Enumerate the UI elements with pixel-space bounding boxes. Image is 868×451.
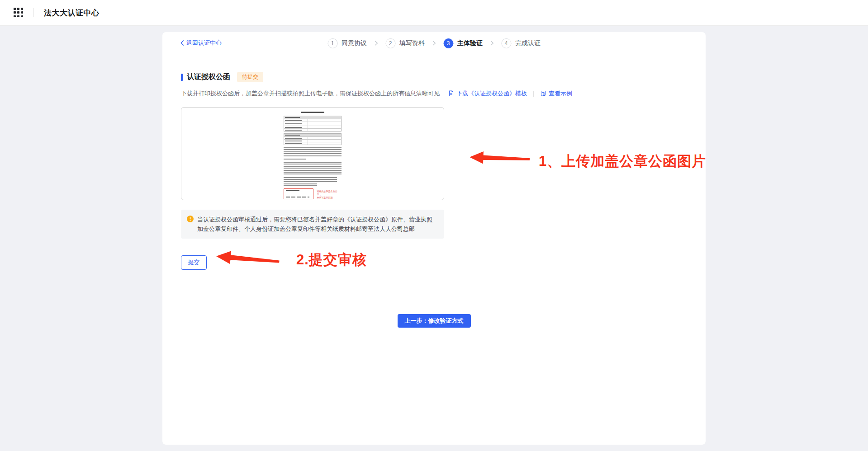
back-link-label: 返回认证中心 — [186, 39, 222, 47]
instruction-text: 下载并打印授权公函后，加盖公章并扫描或拍照上传电子版，需保证授权公函上的所有信息… — [181, 89, 440, 98]
letter-document-thumbnail: 请在此处加盖企业公章， 并填写盖章日期 — [284, 112, 342, 198]
step-number: 1 — [327, 38, 337, 48]
chevron-right-icon — [432, 41, 436, 46]
card-footer: 上一步：修改验证方式 — [162, 307, 706, 328]
topbar: 法大大认证中心 — [0, 0, 868, 26]
doc-paragraph — [284, 159, 306, 160]
card-body: 认证授权公函 待提交 下载并打印授权公函后，加盖公章并扫描或拍照上传电子版，需保… — [162, 72, 706, 270]
card-header: 返回认证中心 1 同意协议 2 填写资料 3 主体验证 — [162, 32, 706, 54]
annotation-upload-note: 1、上传加盖公章公函图片 — [539, 152, 706, 171]
step-number: 2 — [385, 38, 395, 48]
doc-title-placeholder — [301, 112, 324, 113]
step-complete: 4 完成认证 — [501, 38, 541, 48]
doc-table-agent-info — [284, 133, 342, 145]
back-link[interactable]: 返回认证中心 — [180, 39, 222, 47]
stamp-box — [284, 188, 313, 199]
document-preview-icon — [540, 90, 546, 97]
view-example-label: 查看示例 — [549, 89, 572, 98]
view-example-link[interactable]: 查看示例 — [540, 89, 572, 98]
step-fill-info: 2 填写资料 — [385, 38, 425, 48]
submit-button[interactable]: 提交 — [181, 255, 207, 270]
step-number: 4 — [501, 38, 511, 48]
doc-paragraph — [284, 147, 342, 157]
previous-step-button[interactable]: 上一步：修改验证方式 — [398, 314, 471, 328]
uploaded-letter-preview[interactable]: 请在此处加盖企业公章， 并填写盖章日期 — [181, 107, 444, 200]
download-template-link[interactable]: 下载《认证授权公函》模板 — [448, 89, 527, 98]
chevron-left-icon — [180, 40, 184, 46]
section-title: 认证授权公函 — [187, 72, 230, 82]
section-title-row: 认证授权公函 待提交 — [181, 72, 687, 82]
mailing-notice: 当认证授权公函审核通过后，需要您将已签名并盖好章的《认证授权公函》原件、营业执照… — [181, 210, 444, 239]
document-download-icon — [448, 90, 454, 97]
red-arrow-left-icon — [469, 150, 530, 169]
stamp-note: 请在此处加盖企业公章， 并填写盖章日期 — [317, 188, 342, 199]
app-title: 法大大认证中心 — [44, 8, 100, 18]
app-grid-icon[interactable] — [14, 8, 24, 18]
instruction-row: 下载并打印授权公函后，加盖公章并扫描或拍照上传电子版，需保证授权公函上的所有信息… — [181, 89, 687, 98]
topbar-divider — [33, 8, 34, 17]
step-label: 同意协议 — [342, 39, 367, 47]
chevron-right-icon — [375, 41, 378, 46]
link-group: 下载《认证授权公函》模板 查看示例 — [448, 89, 572, 98]
chevron-right-icon — [490, 41, 493, 46]
doc-paragraph — [284, 177, 337, 182]
step-label: 主体验证 — [457, 39, 483, 47]
stamp-area: 请在此处加盖企业公章， 并填写盖章日期 — [284, 188, 342, 199]
annotation-submit-note: 2.提交审核 — [296, 250, 367, 269]
stepper: 1 同意协议 2 填写资料 3 主体验证 4 完成认证 — [327, 32, 541, 54]
step-label: 填写资料 — [399, 39, 425, 47]
doc-table-company-info — [284, 116, 342, 132]
mailing-notice-text: 当认证授权公函审核通过后，需要您将已签名并盖好章的《认证授权公函》原件、营业执照… — [197, 215, 437, 234]
step-subject-verify: 3 主体验证 — [443, 38, 483, 48]
step-number: 3 — [443, 38, 453, 48]
title-accent-bar — [181, 74, 183, 81]
step-agree: 1 同意协议 — [327, 38, 367, 48]
doc-paragraph — [284, 183, 317, 187]
step-label: 完成认证 — [515, 39, 541, 47]
main-card: 返回认证中心 1 同意协议 2 填写资料 3 主体验证 — [162, 32, 706, 445]
link-divider — [533, 91, 534, 97]
warning-icon — [187, 216, 194, 234]
doc-paragraph — [284, 162, 342, 176]
status-badge: 待提交 — [237, 72, 263, 82]
download-template-label: 下载《认证授权公函》模板 — [456, 89, 527, 98]
